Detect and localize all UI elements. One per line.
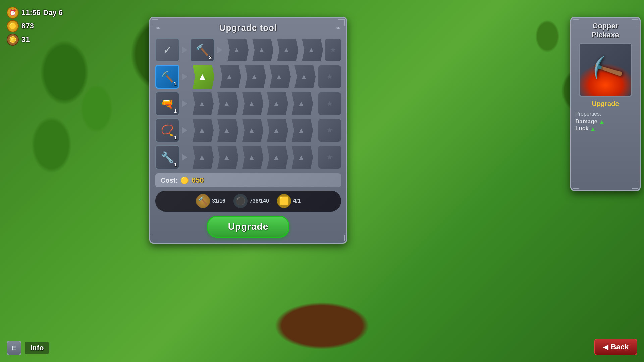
upgrade-slots-4: ▲ ▲ ▲ ▲ ▲ [190, 119, 316, 142]
star-slot-3: ★ [318, 92, 341, 115]
upgrade-slot-3-3: ▲ [240, 92, 263, 115]
back-arrow-icon: ◀ [603, 343, 608, 351]
tool-badge-1: 2 [209, 55, 212, 60]
item-properties: Properties: Damage ▲ Luck ▲ [575, 111, 636, 132]
item-upgrade-label: Upgrade [592, 100, 619, 108]
upgrade-slot-3-5: ▲ [289, 92, 313, 115]
panel-title-bar: Upgrade tool [155, 23, 341, 33]
info-corner-tl [573, 19, 579, 26]
ore-material-icon: ⚫ [233, 194, 248, 208]
tool-slot-1[interactable]: 🔨 2 [190, 38, 214, 62]
back-label: Back [611, 343, 629, 351]
hammer-count: 31/16 [212, 198, 225, 204]
back-button[interactable]: ◀ Back [594, 339, 637, 355]
upgrade-slot-5-5: ▲ [289, 146, 313, 169]
materials-bar: 🔨 31/16 ⚫ 738/140 🟨 4/1 [155, 191, 341, 212]
info-bottom-label: Info [25, 342, 49, 354]
upgrade-slot-5-2: ▲ [215, 146, 238, 169]
upgrade-slot-1-1: ▲ [225, 39, 249, 61]
row5-connector [181, 152, 188, 162]
material-bar: 🟨 4/1 [277, 194, 301, 208]
check-slot-1: ✓ [155, 38, 179, 62]
tool-slot-5[interactable]: 🔧 1 [155, 145, 179, 169]
upgrade-slots-3: ▲ ▲ ▲ ▲ ▲ [190, 92, 316, 115]
tool-badge-4: 1 [174, 135, 177, 140]
row2-connector [181, 72, 188, 82]
token-value: 31 [21, 35, 30, 44]
upgrade-slot-5-1: ▲ [190, 146, 214, 169]
cost-gold-icon: 🟡 [180, 176, 189, 184]
tool-row-3[interactable]: 🔫 1 ▲ ▲ ▲ ▲ ▲ ★ [155, 92, 341, 116]
row4-connector [181, 125, 188, 135]
item-image-box: ⛏️ [579, 43, 632, 97]
corner-bl [152, 235, 158, 241]
upgrade-slot-3-4: ▲ [265, 92, 288, 115]
upgrade-slot-4-4: ▲ [265, 119, 288, 142]
upgrade-slot-2-1: ▲ [218, 65, 241, 88]
material-hammer: 🔨 31/16 [196, 194, 225, 208]
tool-badge-5: 1 [174, 162, 177, 167]
tool-row-1[interactable]: ✓ 🔨 2 ▲ ▲ ▲ ▲ ★ [155, 38, 341, 62]
upgrade-slot-5-4: ▲ [265, 146, 288, 169]
row3-connector [181, 99, 188, 109]
token-icon: 🪙 [7, 34, 19, 46]
luck-arrow: ▲ [590, 125, 596, 132]
corner-br [338, 235, 345, 241]
upgrade-slot-4-1: ▲ [190, 119, 214, 142]
upgrade-slots-1: ▲ ▲ ▲ ▲ [225, 39, 323, 61]
info-panel: CopperPickaxe ⛏️ Upgrade Properties: Dam… [570, 17, 641, 191]
upgrade-slot-4-3: ▲ [240, 119, 263, 142]
tool-slot-4[interactable]: 📿 1 [155, 118, 179, 142]
bar-material-icon: 🟨 [277, 194, 291, 208]
tool-slot-3[interactable]: 🔫 1 [155, 92, 179, 116]
day-display: Day 6 [43, 8, 63, 17]
bottom-left-buttons: E Info [7, 341, 49, 355]
tool-rows: ✓ 🔨 2 ▲ ▲ ▲ ▲ ★ ⛏️ 1 ▲ [155, 38, 341, 169]
hud: ⏰ 11:56 Day 6 🟡 873 🪙 31 [7, 7, 63, 46]
upgrade-btn-container: Upgrade [155, 216, 341, 238]
upgrade-slot-3-2: ▲ [215, 92, 238, 115]
info-corner-br [632, 182, 638, 189]
upgrade-button[interactable]: Upgrade [207, 216, 290, 238]
hammer-material-icon: 🔨 [196, 194, 210, 208]
upgrade-slot-2-3: ▲ [267, 65, 291, 88]
luck-label: Luck [575, 125, 589, 132]
upgrade-slot-5-3: ▲ [240, 146, 263, 169]
star-slot-5: ★ [318, 146, 341, 169]
tool-badge-3: 1 [174, 108, 177, 114]
tool-row-5[interactable]: 🔧 1 ▲ ▲ ▲ ▲ ▲ ★ [155, 145, 341, 169]
luck-prop: Luck ▲ [575, 125, 636, 132]
upgrade-slot-4-2: ▲ [215, 119, 238, 142]
upgrade-slots-5: ▲ ▲ ▲ ▲ ▲ [190, 146, 316, 169]
info-panel-title: CopperPickaxe [592, 22, 619, 40]
bottom-right-buttons: ◀ Back [594, 339, 637, 355]
tool-row-4[interactable]: 📿 1 ▲ ▲ ▲ ▲ ▲ ★ [155, 118, 341, 142]
upgrade-slot-3-1: ▲ [190, 92, 214, 115]
upgrade-slot-2-active[interactable]: ▲ [190, 65, 214, 89]
damage-label: Damage [575, 118, 597, 125]
damage-arrow: ▲ [599, 118, 605, 125]
tool-icon-1: 🔨 [196, 44, 209, 56]
tool-badge-2: 1 [174, 81, 176, 86]
upgrade-panel: Upgrade tool ✓ 🔨 2 ▲ ▲ ▲ ▲ ★ ⛏️ 1 [149, 17, 347, 244]
tool-slot-2[interactable]: ⛏️ 1 [155, 65, 179, 89]
bar-count: 4/1 [293, 198, 301, 204]
gold-row: 🟡 873 [7, 20, 63, 32]
clock-icon: ⏰ [7, 7, 19, 19]
upgrade-slot-2-2: ▲ [243, 65, 266, 88]
star-slot-4: ★ [318, 119, 341, 142]
row1-arrow [181, 45, 188, 55]
upgrade-slot-1-2: ▲ [250, 39, 273, 61]
material-ore: ⚫ 738/140 [233, 194, 269, 208]
info-key[interactable]: E [7, 341, 21, 355]
cost-value: 650 [192, 176, 204, 185]
star-slot-2: ★ [318, 65, 341, 88]
tool-row-2[interactable]: ⛏️ 1 ▲ ▲ ▲ ▲ ▲ ★ [155, 65, 341, 89]
star-slot-1: ★ [325, 39, 341, 61]
properties-title: Properties: [575, 111, 636, 117]
upgrade-slot-2-4: ▲ [292, 65, 316, 88]
panel-title: Upgrade tool [219, 23, 277, 33]
tool-icon-4: 📿 [161, 124, 174, 137]
damage-prop: Damage ▲ [575, 118, 636, 125]
upgrade-slot-4-5: ▲ [289, 119, 313, 142]
